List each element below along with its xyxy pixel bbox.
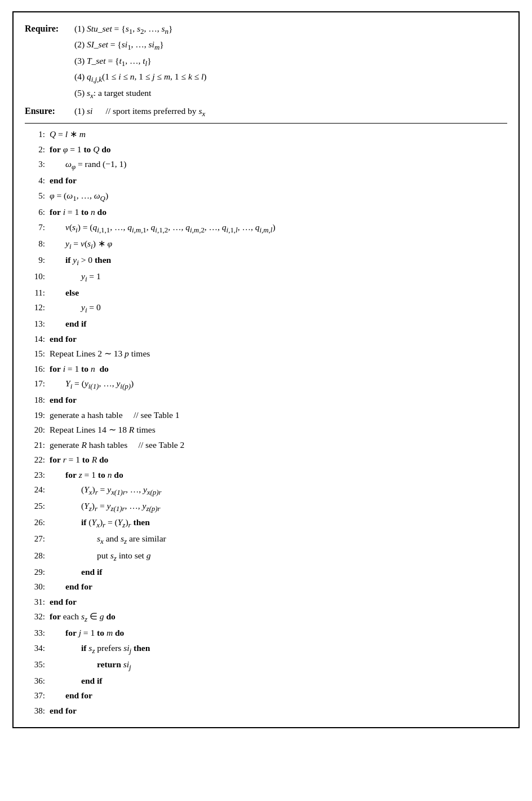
algo-line-31: 31: end for bbox=[25, 595, 507, 610]
ensure-items: (1) si // sport items preferred by sx bbox=[74, 104, 205, 120]
require-item-5: (5) sx: a target student bbox=[74, 86, 207, 102]
algorithm-container: Require: (1) Stu_set = {s1, s2, …, sn} (… bbox=[12, 11, 520, 728]
line-num-5: 5: bbox=[25, 189, 45, 204]
line-num-34: 34: bbox=[25, 641, 45, 656]
line-num-11: 11: bbox=[25, 286, 45, 301]
line-content-35: return sij bbox=[50, 657, 507, 674]
line-content-7: v(si) = (qi,1,1, …, qi,m,1, qi,1,2, …, q… bbox=[50, 220, 507, 236]
line-content-1: Q = l ∗ m bbox=[50, 127, 507, 142]
line-content-15: Repeat Lines 2 ∼ 13 p times bbox=[50, 346, 507, 361]
line-num-33: 33: bbox=[25, 626, 45, 641]
line-content-26: if (Yx)r = (Yz)r then bbox=[50, 515, 507, 531]
line-content-13: end if bbox=[50, 316, 507, 331]
line-num-8: 8: bbox=[25, 237, 45, 252]
algo-line-4: 4: end for bbox=[25, 173, 507, 188]
line-content-23: for z = 1 to n do bbox=[50, 468, 507, 482]
divider bbox=[25, 123, 507, 124]
line-num-19: 19: bbox=[25, 408, 45, 423]
line-content-29: end if bbox=[50, 565, 507, 579]
line-content-28: put sz into set g bbox=[50, 548, 507, 565]
line-num-3: 3: bbox=[25, 157, 45, 172]
line-content-24: (Yx)r = yx(1)r, …, yx(p)r bbox=[50, 482, 507, 499]
line-num-13: 13: bbox=[25, 317, 45, 332]
require-label: Require: bbox=[25, 21, 70, 36]
line-content-30: end for bbox=[50, 579, 507, 594]
algo-line-21: 21: generate R hash tables // see Table … bbox=[25, 438, 507, 453]
line-content-19: generate a hash table // see Table 1 bbox=[50, 408, 507, 422]
algo-line-20: 20: Repeat Lines 14 ∼ 18 R times bbox=[25, 422, 507, 438]
line-num-22: 22: bbox=[25, 453, 45, 468]
algo-line-28: 28: put sz into set g bbox=[25, 548, 507, 565]
algo-line-25: 25: (Yz)r = yz(1)r, …, yz(p)r bbox=[25, 499, 507, 515]
require-item-1: (1) Stu_set = {s1, s2, …, sn} bbox=[74, 21, 207, 37]
line-content-33: for j = 1 to m do bbox=[50, 626, 507, 640]
algo-line-23: 23: for z = 1 to n do bbox=[25, 468, 507, 483]
line-content-9: if yi > 0 then bbox=[50, 253, 507, 269]
algo-line-2: 2: for φ = 1 to Q do bbox=[25, 142, 507, 157]
line-num-6: 6: bbox=[25, 205, 45, 220]
line-num-15: 15: bbox=[25, 347, 45, 362]
algo-line-3: 3: ωφ = rand (−1, 1) bbox=[25, 157, 507, 173]
ensure-label: Ensure: bbox=[25, 104, 70, 118]
line-content-21: generate R hash tables // see Table 2 bbox=[50, 438, 507, 452]
line-num-28: 28: bbox=[25, 549, 45, 564]
line-num-17: 17: bbox=[25, 377, 45, 391]
algo-line-37: 37: end for bbox=[25, 688, 507, 703]
line-content-11: else bbox=[50, 285, 507, 300]
algo-line-32: 32: for each sz ∈ g do bbox=[25, 609, 507, 626]
line-content-38: end for bbox=[50, 703, 507, 718]
line-num-14: 14: bbox=[25, 332, 45, 347]
line-content-25: (Yz)r = yz(1)r, …, yz(p)r bbox=[50, 499, 507, 515]
algo-line-34: 34: if sz prefers sij then bbox=[25, 641, 507, 657]
algo-line-22: 22: for r = 1 to R do bbox=[25, 452, 507, 468]
require-block: Require: (1) Stu_set = {s1, s2, …, sn} (… bbox=[25, 21, 507, 102]
algo-line-7: 7: v(si) = (qi,1,1, …, qi,m,1, qi,1,2, …… bbox=[25, 220, 507, 236]
algo-line-16: 16: for i = 1 to n do bbox=[25, 362, 507, 377]
line-num-36: 36: bbox=[25, 674, 45, 689]
line-num-37: 37: bbox=[25, 689, 45, 703]
line-content-8: yi = v(si) ∗ φ bbox=[50, 236, 507, 253]
algo-line-15: 15: Repeat Lines 2 ∼ 13 p times bbox=[25, 346, 507, 362]
line-num-23: 23: bbox=[25, 468, 45, 483]
line-num-26: 26: bbox=[25, 516, 45, 530]
algo-line-1: 1: Q = l ∗ m bbox=[25, 127, 507, 142]
require-item-4: (4) qi,j,k(1 ≤ i ≤ n, 1 ≤ j ≤ m, 1 ≤ k ≤… bbox=[74, 69, 207, 85]
line-content-37: end for bbox=[50, 688, 507, 703]
require-items: (1) Stu_set = {s1, s2, …, sn} (2) SI_set… bbox=[74, 21, 207, 102]
require-item-2: (2) SI_set = {si1, …, sim} bbox=[74, 37, 207, 53]
line-content-10: yi = 1 bbox=[50, 269, 507, 285]
line-content-17: Yi = (yi(1), …, yi(p)) bbox=[50, 376, 507, 393]
line-num-2: 2: bbox=[25, 143, 45, 157]
line-content-16: for i = 1 to n do bbox=[50, 362, 507, 376]
line-content-3: ωφ = rand (−1, 1) bbox=[50, 157, 507, 173]
algo-line-27: 27: sx and sz are similar bbox=[25, 531, 507, 548]
line-content-14: end for bbox=[50, 332, 507, 346]
line-num-31: 31: bbox=[25, 595, 45, 610]
line-content-31: end for bbox=[50, 595, 507, 609]
line-content-36: end if bbox=[50, 674, 507, 688]
algo-line-17: 17: Yi = (yi(1), …, yi(p)) bbox=[25, 376, 507, 393]
line-num-18: 18: bbox=[25, 393, 45, 408]
algo-line-36: 36: end if bbox=[25, 674, 507, 689]
require-item-3: (3) T_set = {t1, …, tl} bbox=[74, 54, 207, 69]
line-content-22: for r = 1 to R do bbox=[50, 452, 507, 467]
algo-line-5: 5: φ = (ω1, …, ωQ) bbox=[25, 188, 507, 205]
ensure-block: Ensure: (1) si // sport items preferred … bbox=[25, 104, 507, 120]
algo-line-18: 18: end for bbox=[25, 393, 507, 408]
algo-line-19: 19: generate a hash table // see Table 1 bbox=[25, 408, 507, 423]
ensure-item-1: (1) si // sport items preferred by sx bbox=[74, 104, 205, 120]
algo-line-13: 13: end if bbox=[25, 316, 507, 332]
line-num-35: 35: bbox=[25, 658, 45, 672]
algo-line-24: 24: (Yx)r = yx(1)r, …, yx(p)r bbox=[25, 482, 507, 499]
line-content-18: end for bbox=[50, 393, 507, 407]
algo-line-33: 33: for j = 1 to m do bbox=[25, 626, 507, 641]
algo-line-9: 9: if yi > 0 then bbox=[25, 253, 507, 269]
algo-line-38: 38: end for bbox=[25, 703, 507, 719]
line-content-2: for φ = 1 to Q do bbox=[50, 142, 507, 157]
line-num-21: 21: bbox=[25, 438, 45, 453]
line-content-6: for i = 1 to n do bbox=[50, 205, 507, 219]
line-num-20: 20: bbox=[25, 423, 45, 438]
algo-line-35: 35: return sij bbox=[25, 657, 507, 674]
line-num-27: 27: bbox=[25, 532, 45, 547]
line-content-20: Repeat Lines 14 ∼ 18 R times bbox=[50, 422, 507, 437]
